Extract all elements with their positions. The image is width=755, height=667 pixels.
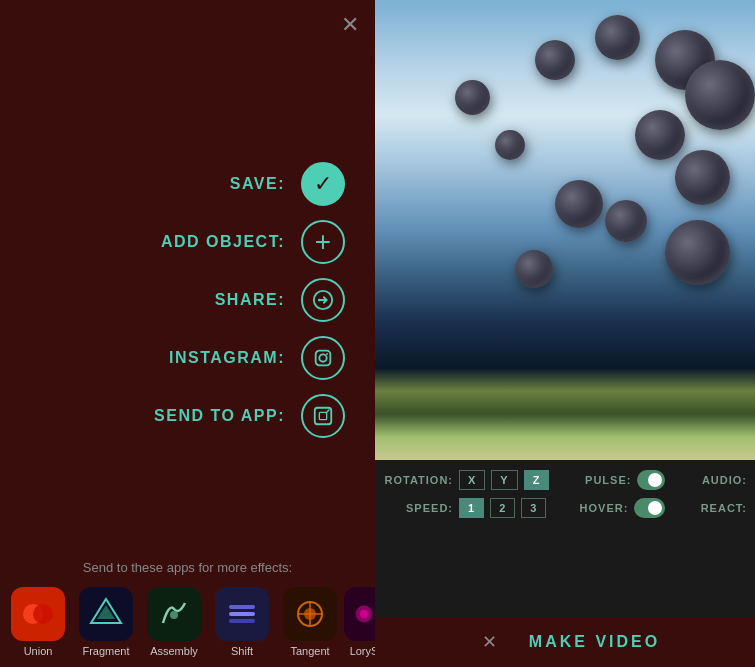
svg-point-4 [326, 353, 328, 355]
instagram-label: INSTAGRAM: [169, 349, 285, 367]
svg-point-8 [33, 604, 53, 624]
svg-point-1 [318, 299, 321, 302]
controls-area: ROTATION: X Y Z PULSE: AUDIO: SPEED: 1 2… [375, 460, 755, 617]
save-row: SAVE: ✓ [30, 162, 345, 206]
union-icon [11, 587, 65, 641]
svg-marker-10 [97, 605, 115, 619]
app-item-lory[interactable]: LoryS [344, 587, 375, 657]
add-object-button[interactable]: + [301, 220, 345, 264]
union-label: Union [24, 645, 53, 657]
rotation-x-button[interactable]: X [459, 470, 485, 490]
share-icon [312, 289, 334, 311]
app-icons-row: Union Fragment [0, 587, 375, 657]
make-video-close-button[interactable]: ✕ [470, 625, 509, 659]
shift-icon [215, 587, 269, 641]
check-icon: ✓ [314, 171, 332, 197]
send-to-text: Send to these apps for more effects: [0, 560, 375, 575]
disc-12 [495, 130, 525, 160]
disc-4 [635, 110, 685, 160]
disc-7 [455, 80, 490, 115]
svg-point-20 [360, 610, 368, 618]
instagram-button[interactable] [301, 336, 345, 380]
rotation-label: ROTATION: [383, 474, 453, 486]
disc-2 [595, 15, 640, 60]
send-to-app-row: SEND TO APP: [30, 394, 345, 438]
assembly-label: Assembly [150, 645, 198, 657]
add-object-label: ADD OBJECT: [161, 233, 285, 251]
disc-8 [555, 180, 603, 228]
speed-3-button[interactable]: 3 [521, 498, 546, 518]
svg-rect-13 [229, 612, 255, 616]
send-to-apps-section: Send to these apps for more effects: Uni… [0, 560, 375, 667]
send-to-app-button[interactable] [301, 394, 345, 438]
video-preview [375, 0, 755, 460]
pulse-toggle[interactable] [637, 470, 665, 490]
fragment-label: Fragment [82, 645, 129, 657]
left-panel: ✕ SAVE: ✓ ADD OBJECT: + SHARE: [0, 0, 375, 667]
plus-icon: + [315, 228, 331, 256]
right-panel: ROTATION: X Y Z PULSE: AUDIO: SPEED: 1 2… [375, 0, 755, 667]
svg-point-3 [319, 354, 326, 361]
send-icon [312, 405, 334, 427]
share-row: SHARE: [30, 278, 345, 322]
disc-6 [675, 150, 730, 205]
app-item-fragment[interactable]: Fragment [72, 587, 140, 657]
rotation-z-button[interactable]: Z [524, 470, 550, 490]
audio-label: AUDIO: [677, 474, 747, 486]
disc-10 [515, 250, 553, 288]
add-object-row: ADD OBJECT: + [30, 220, 345, 264]
rotation-row: ROTATION: X Y Z PULSE: AUDIO: [383, 470, 747, 490]
disc-11 [665, 220, 730, 285]
save-label: SAVE: [230, 175, 285, 193]
share-label: SHARE: [215, 291, 285, 309]
send-to-app-label: SEND TO APP: [154, 407, 285, 425]
make-video-label: MAKE VIDEO [529, 633, 660, 651]
sky-background [375, 0, 755, 460]
close-button[interactable]: ✕ [341, 14, 359, 36]
fragment-icon [79, 587, 133, 641]
svg-point-11 [170, 611, 178, 619]
lory-icon [344, 587, 375, 641]
svg-rect-6 [319, 412, 326, 419]
svg-rect-14 [229, 619, 255, 623]
pulse-label: PULSE: [561, 474, 631, 486]
react-label: REACT: [677, 502, 747, 514]
app-item-tangent[interactable]: Tangent [276, 587, 344, 657]
app-item-assembly[interactable]: Assembly [140, 587, 208, 657]
app-item-shift[interactable]: Shift [208, 587, 276, 657]
speed-row: SPEED: 1 2 3 HOVER: REACT: [383, 498, 747, 518]
rotation-y-button[interactable]: Y [491, 470, 517, 490]
instagram-row: INSTAGRAM: [30, 336, 345, 380]
svg-rect-12 [229, 605, 255, 609]
tangent-label: Tangent [290, 645, 329, 657]
shift-label: Shift [231, 645, 253, 657]
menu-items: SAVE: ✓ ADD OBJECT: + SHARE: [0, 0, 375, 560]
tangent-icon [283, 587, 337, 641]
speed-1-button[interactable]: 1 [459, 498, 484, 518]
instagram-icon [312, 347, 334, 369]
speed-2-button[interactable]: 2 [490, 498, 515, 518]
hover-toggle[interactable] [634, 498, 665, 518]
app-item-union[interactable]: Union [4, 587, 72, 657]
lory-label: LoryS [350, 645, 375, 657]
disc-3 [685, 60, 755, 130]
disc-5 [535, 40, 575, 80]
save-button[interactable]: ✓ [301, 162, 345, 206]
make-video-bar: ✕ MAKE VIDEO [375, 617, 755, 667]
hover-label: HOVER: [558, 502, 628, 514]
share-button[interactable] [301, 278, 345, 322]
svg-rect-2 [316, 351, 331, 366]
assembly-icon [147, 587, 201, 641]
speed-label: SPEED: [383, 502, 453, 514]
disc-9 [605, 200, 647, 242]
